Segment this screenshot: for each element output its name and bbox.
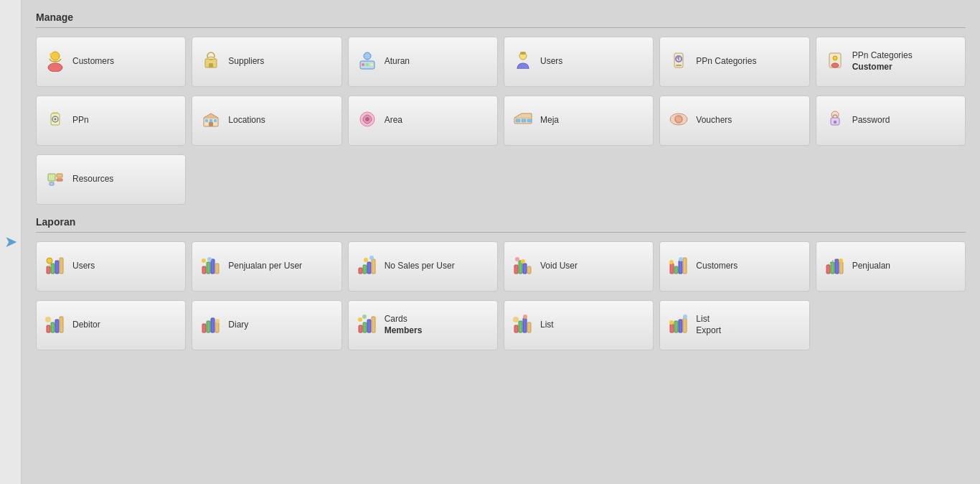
laporan-no-sales-label: No Sales per User bbox=[385, 261, 455, 272]
manage-suppliers-card[interactable]: Suppliers bbox=[192, 37, 341, 87]
manage-ppn-categories-card[interactable]: PPn Categories bbox=[659, 37, 809, 87]
laporan-penjualan-per-user-card[interactable]: Penjualan per User bbox=[192, 241, 341, 292]
laporan-debitor-label: Debitor bbox=[72, 320, 100, 331]
ppn-categories-label: PPn Categories bbox=[696, 56, 756, 68]
laporan-customers-card[interactable]: Customers bbox=[659, 241, 809, 292]
laporan-section: Laporan User bbox=[36, 216, 966, 350]
svg-rect-23 bbox=[205, 119, 208, 122]
svg-rect-66 bbox=[674, 266, 678, 274]
manage-title: Manage bbox=[36, 11, 966, 23]
laporan-cards-members-card[interactable]: Cards Members bbox=[348, 300, 498, 350]
svg-rect-74 bbox=[839, 262, 843, 274]
svg-point-51 bbox=[202, 259, 206, 263]
laporan-void-user-card[interactable]: Void User bbox=[504, 241, 654, 292]
laporan-list-export-label: List Export bbox=[696, 314, 721, 336]
svg-rect-59 bbox=[514, 265, 518, 274]
meja-label: Meja bbox=[540, 115, 559, 126]
laporan-void-user-icon bbox=[512, 253, 534, 280]
svg-point-90 bbox=[358, 317, 362, 322]
svg-rect-92 bbox=[514, 325, 518, 332]
manage-resources-card[interactable]: Resources bbox=[36, 154, 186, 205]
svg-rect-78 bbox=[55, 320, 59, 332]
svg-rect-31 bbox=[522, 119, 526, 122]
svg-rect-5 bbox=[209, 63, 213, 68]
laporan-cards-members-icon bbox=[356, 312, 379, 339]
manage-customers-card[interactable]: Customers bbox=[36, 37, 186, 87]
laporan-list-export-card[interactable]: List Export bbox=[659, 300, 809, 350]
ppn-categories-icon bbox=[667, 49, 690, 75]
svg-rect-99 bbox=[674, 321, 678, 332]
laporan-penjualan-per-user-label: Penjualan per User bbox=[228, 261, 302, 272]
laporan-penjualan-per-user-icon bbox=[199, 253, 222, 280]
svg-rect-43 bbox=[51, 264, 55, 274]
laporan-users-icon bbox=[44, 253, 67, 280]
laporan-users-label: Users bbox=[72, 261, 95, 272]
laporan-diary-icon bbox=[199, 312, 222, 339]
laporan-row2: Debitor Diary bbox=[36, 300, 966, 350]
manage-locations-card[interactable]: Locations bbox=[192, 96, 341, 146]
svg-rect-89 bbox=[372, 317, 375, 332]
ppn-cat-customer-icon bbox=[824, 49, 847, 75]
svg-rect-48 bbox=[207, 262, 210, 274]
laporan-no-sales-per-user-card[interactable]: No Sales per User bbox=[348, 241, 498, 292]
svg-rect-95 bbox=[527, 322, 531, 332]
laporan-title: Laporan bbox=[36, 216, 966, 228]
laporan-row1: Users Penjualan per User bbox=[36, 241, 966, 292]
svg-rect-68 bbox=[683, 258, 687, 274]
manage-meja-card[interactable]: Meja bbox=[504, 96, 654, 146]
svg-rect-42 bbox=[47, 266, 50, 274]
manage-section: Manage Customers bbox=[36, 11, 966, 205]
svg-rect-55 bbox=[367, 262, 371, 274]
ppn-cat-customer-label: PPn Categories Customer bbox=[852, 50, 913, 73]
laporan-list-icon bbox=[512, 312, 534, 339]
vouchers-label: Vouchers bbox=[696, 115, 732, 126]
svg-point-57 bbox=[364, 258, 368, 262]
manage-row2: PPn Locations bbox=[36, 96, 966, 146]
svg-rect-39 bbox=[57, 174, 62, 177]
sidebar-arrow[interactable]: ➤ bbox=[4, 233, 17, 251]
locations-label: Locations bbox=[228, 115, 265, 126]
laporan-penjualan-label: Penjualan bbox=[852, 261, 890, 272]
locations-icon bbox=[199, 108, 222, 134]
svg-rect-38 bbox=[48, 174, 55, 181]
svg-rect-79 bbox=[60, 317, 63, 332]
manage-row1: Customers Suppliers bbox=[36, 37, 966, 87]
manage-users-card[interactable]: Users bbox=[504, 37, 654, 87]
svg-rect-15 bbox=[676, 65, 682, 66]
manage-area-card[interactable]: Area bbox=[348, 96, 498, 146]
svg-point-96 bbox=[513, 317, 519, 322]
svg-point-103 bbox=[683, 315, 687, 319]
svg-rect-21 bbox=[52, 112, 58, 114]
svg-rect-41 bbox=[50, 182, 54, 185]
svg-point-97 bbox=[523, 315, 527, 319]
svg-rect-44 bbox=[55, 261, 59, 274]
svg-rect-84 bbox=[215, 322, 219, 332]
area-icon bbox=[356, 108, 379, 134]
laporan-list-card[interactable]: List bbox=[504, 300, 654, 350]
manage-ppn-cat-customer-card[interactable]: PPn Categories Customer bbox=[816, 37, 966, 87]
manage-vouchers-card[interactable]: Vouchers bbox=[659, 96, 809, 146]
manage-aturan-card[interactable]: Aturan bbox=[348, 37, 498, 87]
svg-point-102 bbox=[669, 320, 674, 325]
laporan-diary-card[interactable]: Diary bbox=[192, 300, 341, 350]
svg-point-9 bbox=[366, 63, 369, 66]
svg-rect-77 bbox=[51, 322, 55, 332]
svg-rect-50 bbox=[215, 264, 219, 274]
laporan-debitor-icon bbox=[44, 312, 67, 339]
laporan-penjualan-card[interactable]: Penjualan bbox=[816, 241, 966, 292]
svg-rect-83 bbox=[211, 318, 215, 332]
manage-ppn-card[interactable]: PPn bbox=[36, 96, 186, 146]
svg-point-69 bbox=[669, 260, 674, 264]
area-label: Area bbox=[385, 115, 402, 126]
manage-password-card[interactable]: Password bbox=[816, 96, 966, 146]
svg-point-17 bbox=[833, 56, 837, 60]
laporan-diary-label: Diary bbox=[228, 320, 248, 331]
svg-rect-61 bbox=[523, 264, 527, 274]
svg-point-10 bbox=[370, 63, 373, 66]
laporan-debitor-card[interactable]: Debitor bbox=[36, 300, 186, 350]
laporan-users-card[interactable]: Users bbox=[36, 241, 186, 292]
svg-point-70 bbox=[679, 257, 683, 261]
resources-icon bbox=[44, 167, 67, 193]
main-content: Manage Customers bbox=[22, 0, 980, 484]
svg-rect-12 bbox=[520, 52, 526, 55]
